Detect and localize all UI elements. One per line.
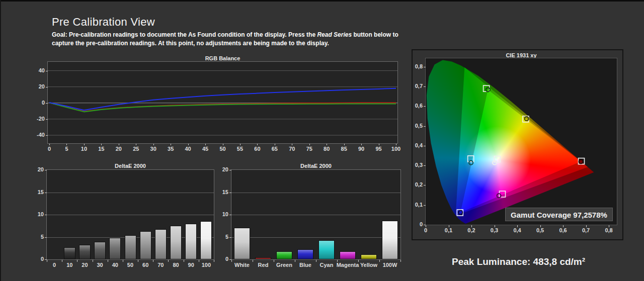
axis-tick [184,260,184,262]
bar-20 [79,245,91,259]
pre-calibration-view: Pre Calibration View Goal: Pre-calibrati… [0,0,644,281]
y-tick-label: 20 [28,83,45,89]
axis-tick [46,119,48,120]
bar-10 [64,247,75,259]
bar-magenta [340,251,356,259]
x-tick-label: 35 [165,146,177,152]
x-tick-label: 0,8 [601,227,616,233]
bar-100 [200,221,212,260]
y-tick-label: 0,2 [409,181,423,188]
axis-tick [229,193,231,193]
axis-tick [108,260,108,262]
axis-tick [257,144,258,145]
axis-tick [47,260,47,262]
goal-line-2: capture the pre-calibration readings. At… [52,39,444,48]
axis-tick [292,144,292,145]
axis-tick [45,237,47,238]
rgb-balance-canvas [48,62,397,143]
y-tick-label: 0 [409,221,423,227]
goal-line-1: Goal: Pre-calibration readings to docume… [52,31,444,39]
page-title: Pre Calibration View [52,16,155,29]
y-tick-label: 40 [28,67,45,73]
axis-tick [93,260,93,262]
axis-tick [240,144,240,145]
axis-tick [424,185,426,185]
axis-tick [517,225,518,227]
axis-tick [337,260,338,262]
bar-80 [170,226,182,259]
axis-tick [229,170,231,170]
axis-tick [424,86,426,87]
deltae-colors-title: DeltaE 2000 [231,163,400,169]
deltae-plot [47,170,214,259]
axis-tick [400,260,401,262]
bar-60 [140,231,151,259]
x-tick-label: 10 [78,146,90,152]
x-tick-label: 0,6 [555,227,571,233]
bar-50 [125,235,136,259]
x-tick-label: 45 [199,146,211,152]
axis-tick [49,144,50,145]
x-tick-label: 0,5 [533,227,548,233]
axis-tick [295,260,295,262]
axis-tick [229,237,231,238]
gridline [47,215,214,215]
gamut-coverage-badge: Gamut Coverage 97,2578% [505,208,613,221]
bar-40 [109,238,121,259]
axis-tick [171,144,171,145]
x-tick-label: 0 [418,227,433,233]
x-tick-label: 0,7 [579,227,594,233]
y-tick-label: 0 [27,256,44,262]
axis-tick [168,260,169,262]
x-tick-label: 25 [130,146,142,152]
y-tick-label: 0,7 [409,83,423,89]
x-tick-label: 0,4 [510,227,525,233]
y-tick-label: -40 [28,132,45,138]
x-tick-label: 85 [338,146,350,152]
x-tick-label: 0,2 [464,227,479,233]
axis-tick [46,87,48,87]
x-tick-label: 0 [43,146,55,152]
axis-tick [424,205,426,206]
axis-tick [309,144,310,145]
blue-line [49,88,396,110]
x-tick-label: 55 [234,146,246,152]
axis-tick [188,144,189,145]
y-tick-label: 0 [28,100,45,106]
x-tick-label: 50 [217,146,229,152]
x-tick-label: 95 [373,146,385,152]
x-tick-label: 0,1 [441,227,456,233]
axis-tick [136,144,136,145]
axis-tick [45,215,47,215]
x-tick-label: 20 [113,146,125,152]
cie-1931-plot [426,58,617,225]
axis-tick [84,144,85,145]
x-tick-label: 100 [390,146,402,152]
bar-red [255,257,271,260]
axis-tick [77,260,77,262]
left-strip [0,0,1,281]
axis-tick [316,260,316,262]
axis-tick [45,170,47,170]
y-tick-label: 0 [211,256,228,262]
gridline [231,215,400,215]
axis-tick [123,260,123,262]
axis-tick [229,215,231,215]
axis-tick [471,225,472,227]
bar-blue [297,249,313,260]
x-tick-label: 60 [251,146,263,152]
x-tick-label: 40 [182,146,194,152]
magenta-measured-marker [497,194,501,198]
axis-tick [424,225,426,225]
axis-tick [540,225,541,227]
y-tick-label: 5 [211,234,228,240]
axis-tick [153,260,153,262]
y-tick-label: 15 [27,189,44,195]
y-tick-label: 15 [211,189,228,195]
x-tick-label: 30 [147,146,159,152]
y-tick-label: 10 [211,211,228,217]
x-tick-label: 80 [320,146,333,152]
x-tick-label: 100W [377,262,403,268]
axis-tick [424,67,426,67]
x-tick-label: 90 [355,146,367,152]
